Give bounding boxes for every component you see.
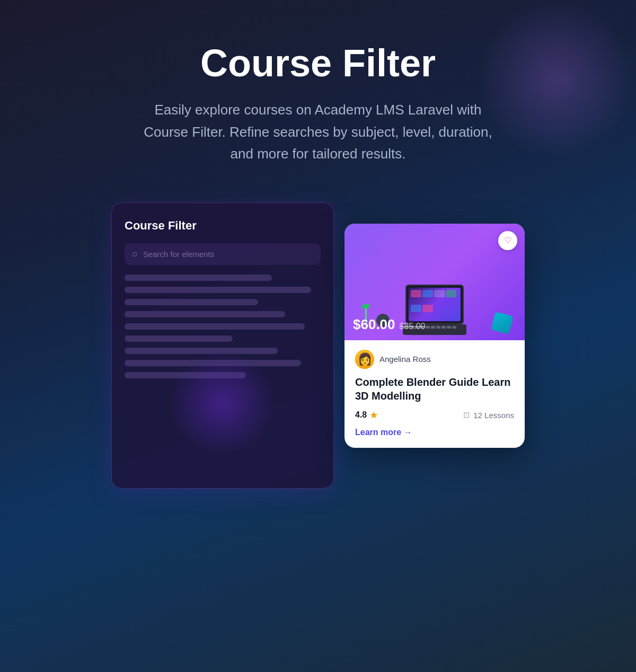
- filter-bars-list: [125, 275, 321, 378]
- avatar: [355, 350, 374, 369]
- lessons-info: ⊡ 12 Lessons: [463, 410, 514, 420]
- lessons-count: 12 Lessons: [473, 411, 514, 420]
- course-card-body: Angelina Ross Complete Blender Guide Lea…: [344, 340, 525, 448]
- filter-bar[interactable]: [125, 299, 258, 305]
- course-rating: 4.8 ★: [355, 410, 377, 420]
- filter-bar[interactable]: [125, 311, 285, 317]
- wishlist-button[interactable]: ♡: [498, 231, 517, 250]
- rating-value: 4.8: [355, 410, 367, 420]
- price-overlay: $60.00 $85.00: [353, 316, 425, 333]
- filter-bar[interactable]: [125, 372, 246, 378]
- page-subtitle: Easily explore courses on Academy LMS La…: [132, 99, 504, 165]
- demo-container: Course Filter ○ Search for elements: [111, 202, 525, 520]
- heart-icon: ♡: [504, 235, 511, 245]
- star-icon: ★: [370, 410, 377, 420]
- course-card-image: $60.00 $85.00 ♡: [344, 224, 525, 340]
- filter-bar[interactable]: [125, 323, 305, 330]
- filter-search-bar[interactable]: ○ Search for elements: [125, 243, 321, 265]
- decoration-box: [491, 312, 514, 334]
- search-placeholder-label: Search for elements: [143, 250, 214, 259]
- price-original: $85.00: [400, 322, 426, 331]
- card-stats: 4.8 ★ ⊡ 12 Lessons: [355, 410, 514, 420]
- course-card: $60.00 $85.00 ♡ Angelina Ross Complete B…: [344, 224, 525, 448]
- course-title: Complete Blender Guide Learn 3D Modellin…: [355, 375, 514, 403]
- filter-bar[interactable]: [125, 360, 301, 366]
- filter-panel-title: Course Filter: [125, 219, 321, 233]
- avatar-image: [355, 350, 374, 369]
- filter-bar[interactable]: [125, 348, 278, 354]
- price-current: $60.00: [353, 316, 395, 333]
- filter-panel: Course Filter ○ Search for elements: [111, 202, 334, 489]
- filter-bar[interactable]: [125, 335, 233, 342]
- filter-bar[interactable]: [125, 275, 272, 281]
- video-icon: ⊡: [463, 410, 470, 420]
- search-icon: ○: [132, 249, 138, 260]
- learn-more-button[interactable]: Learn more →: [355, 428, 412, 437]
- instructor-name: Angelina Ross: [379, 355, 431, 364]
- page-title: Course Filter: [200, 42, 436, 84]
- instructor-row: Angelina Ross: [355, 350, 514, 369]
- filter-bar[interactable]: [125, 287, 311, 293]
